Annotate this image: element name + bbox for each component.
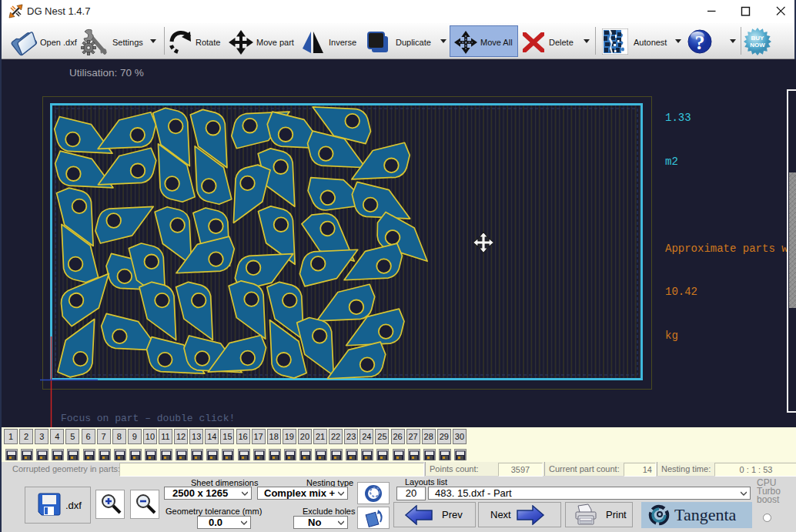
svg-text:Focus on part – double click!: Focus on part – double click! bbox=[61, 413, 235, 424]
svg-text:Approximate parts we: Approximate parts we bbox=[665, 243, 794, 255]
svg-text:Utilisation: 70 %: Utilisation: 70 % bbox=[69, 67, 144, 79]
svg-text:m2: m2 bbox=[665, 156, 678, 168]
svg-text:1.33: 1.33 bbox=[665, 112, 691, 124]
svg-text:kg: kg bbox=[665, 330, 678, 342]
svg-text:BUY: BUY bbox=[751, 35, 765, 42]
svg-text:NOW: NOW bbox=[750, 42, 765, 49]
svg-text:10.42: 10.42 bbox=[665, 286, 697, 298]
svg-text:?: ? bbox=[695, 32, 705, 54]
